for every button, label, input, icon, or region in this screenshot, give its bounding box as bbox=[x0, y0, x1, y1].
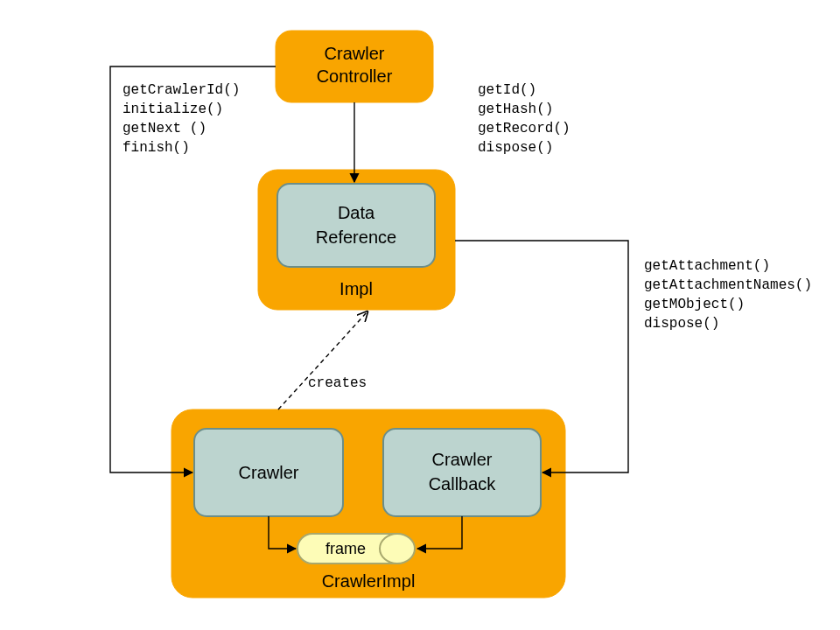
node-crawler-controller: Crawler Controller bbox=[276, 31, 433, 102]
method-left-3: finish() bbox=[122, 140, 190, 156]
data-reference-label-1: Data bbox=[338, 203, 375, 222]
crawler-callback-label-2: Callback bbox=[429, 474, 497, 494]
node-frame: frame bbox=[298, 534, 415, 564]
crawler-controller-label-1: Crawler bbox=[325, 44, 385, 63]
node-crawler-impl-container: Crawler Crawler Callback frame CrawlerIm… bbox=[172, 410, 565, 598]
crawler-controller-label-2: Controller bbox=[317, 66, 393, 86]
node-data-reference bbox=[277, 184, 435, 267]
method-topright-3: dispose() bbox=[478, 140, 553, 156]
impl-label: Impl bbox=[340, 279, 373, 298]
method-left-2: getNext () bbox=[122, 121, 206, 136]
method-right-2: getMObject() bbox=[644, 297, 745, 312]
node-crawler-callback bbox=[383, 429, 541, 516]
data-reference-label-2: Reference bbox=[316, 228, 396, 247]
edge-creates-label: creates bbox=[308, 375, 367, 391]
method-right-1: getAttachmentNames() bbox=[644, 277, 812, 293]
method-right-3: dispose() bbox=[644, 316, 719, 332]
diagram-canvas: Crawler Controller Data Reference Impl C… bbox=[0, 0, 840, 630]
crawler-impl-label: CrawlerImpl bbox=[322, 571, 416, 591]
method-left-0: getCrawlerId() bbox=[122, 82, 240, 98]
method-topright-1: getHash() bbox=[478, 102, 553, 117]
crawler-callback-label-1: Crawler bbox=[432, 450, 493, 469]
node-impl-container: Data Reference Impl bbox=[258, 170, 455, 310]
svg-point-4 bbox=[380, 534, 415, 564]
method-topright-2: getRecord() bbox=[478, 121, 570, 136]
method-left-1: initialize() bbox=[122, 102, 223, 117]
crawler-label: Crawler bbox=[239, 463, 299, 482]
edge-creates bbox=[278, 312, 368, 410]
frame-label: frame bbox=[326, 540, 366, 557]
method-topright-0: getId() bbox=[478, 82, 536, 98]
method-right-0: getAttachment() bbox=[644, 258, 770, 274]
